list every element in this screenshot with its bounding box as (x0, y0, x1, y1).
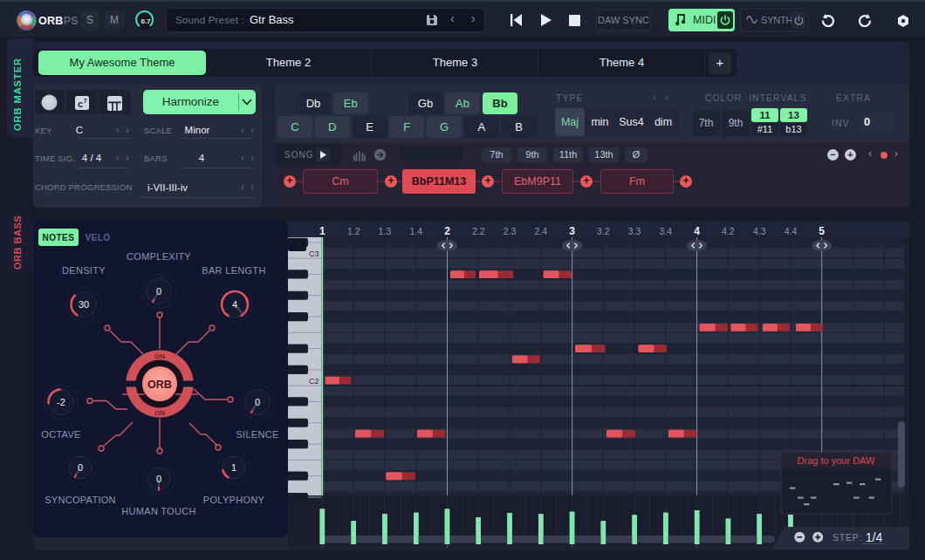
svg-text:ON: ON (154, 409, 165, 417)
svg-text:2: 2 (444, 225, 450, 237)
svg-text:4: 4 (232, 299, 237, 310)
svg-text:HUMAN TOUCH: HUMAN TOUCH (121, 506, 195, 516)
svg-text:VELO: VELO (85, 233, 110, 242)
svg-text:3.2: 3.2 (597, 226, 610, 236)
svg-text:1.3: 1.3 (379, 226, 392, 236)
svg-text:4.3: 4.3 (753, 226, 766, 236)
svg-text:2.4: 2.4 (534, 226, 547, 236)
svg-text:ORB: ORB (147, 379, 172, 391)
svg-text:NOTES: NOTES (43, 233, 75, 242)
svg-text:POLYPHONY: POLYPHONY (203, 495, 265, 505)
svg-text:30: 30 (79, 299, 89, 310)
svg-text:OCTAVE: OCTAVE (41, 429, 80, 440)
svg-text:0: 0 (156, 474, 161, 484)
svg-text:1: 1 (319, 225, 325, 237)
svg-text:4: 4 (694, 225, 700, 237)
svg-text:SILENCE: SILENCE (236, 429, 278, 440)
svg-text:3.3: 3.3 (628, 226, 641, 236)
svg-text:0.7: 0.7 (140, 17, 151, 25)
svg-text:1.2: 1.2 (347, 226, 360, 236)
svg-text:2.3: 2.3 (504, 226, 517, 236)
svg-text:4.4: 4.4 (785, 226, 798, 236)
svg-text:BAR LENGTH: BAR LENGTH (202, 265, 265, 276)
svg-text:SYNCOPATION: SYNCOPATION (45, 495, 116, 505)
svg-text:4.2: 4.2 (722, 226, 735, 236)
svg-text:-2: -2 (57, 397, 65, 407)
svg-text:Drag to your DAW: Drag to your DAW (798, 455, 875, 466)
svg-text:ON: ON (154, 352, 165, 360)
svg-text:3: 3 (569, 225, 575, 237)
svg-text:0: 0 (156, 286, 161, 297)
svg-text:7: 7 (84, 98, 87, 104)
svg-text:5: 5 (819, 225, 825, 237)
svg-text:1/4: 1/4 (866, 530, 883, 544)
svg-text:1: 1 (231, 462, 236, 473)
svg-text:3.4: 3.4 (660, 226, 673, 236)
svg-text:0: 0 (78, 462, 83, 473)
svg-text:STEP:: STEP: (832, 532, 862, 543)
svg-text:C3: C3 (309, 249, 319, 258)
svg-text:COMPLEXITY: COMPLEXITY (127, 251, 191, 262)
svg-text:2.2: 2.2 (472, 226, 485, 236)
svg-text:C2: C2 (309, 377, 319, 386)
svg-text:1.4: 1.4 (409, 226, 422, 236)
svg-text:DENSITY: DENSITY (62, 265, 106, 276)
svg-text:0: 0 (255, 397, 260, 407)
svg-text:c: c (78, 99, 83, 109)
